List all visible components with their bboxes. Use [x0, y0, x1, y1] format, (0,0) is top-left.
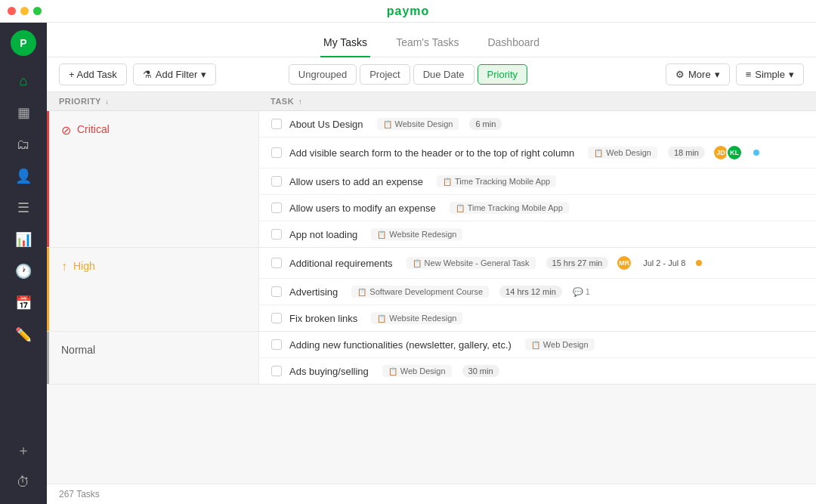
- filter-ungrouped[interactable]: Ungrouped: [289, 64, 357, 85]
- right-controls: ⚙ More ▾ ≡ Simple ▾: [666, 63, 804, 85]
- task-tag: 📋 Website Design: [377, 118, 459, 130]
- sidebar-icon-calendar[interactable]: 📅: [9, 289, 38, 317]
- table-row: Additional requirements📋 New Website - G…: [259, 248, 816, 279]
- task-list: ⊘CriticalAbout Us Design📋 Website Design…: [47, 111, 816, 484]
- table-row: Fix broken links📋 Website Redesign: [259, 305, 816, 331]
- footer-bar: 267 Tasks: [47, 484, 816, 504]
- more-button[interactable]: ⚙ More ▾: [666, 63, 730, 85]
- table-row: App not loading📋 Website Redesign: [259, 221, 816, 247]
- avatar: KL: [726, 144, 743, 161]
- table-row: Ads buying/selling📋 Web Design30 min: [259, 358, 816, 384]
- task-tag: 📋 Website Redesign: [371, 312, 462, 324]
- sidebar-icon-person[interactable]: 👤: [9, 162, 38, 190]
- chevron-down-icon: ▾: [789, 69, 794, 80]
- task-checkbox[interactable]: [271, 176, 282, 187]
- maximize-dot[interactable]: [33, 7, 42, 15]
- tasks-column-high: Additional requirements📋 New Website - G…: [258, 248, 816, 331]
- priority-column-header[interactable]: PRIORITY ↓: [59, 97, 270, 106]
- chevron-down-icon: ▾: [201, 69, 206, 80]
- priority-name-normal: Normal: [61, 344, 95, 356]
- task-checkbox[interactable]: [271, 258, 282, 268]
- priority-group-high: ↑HighAdditional requirements📋 New Websit…: [47, 248, 816, 332]
- sidebar-icon-add[interactable]: ＋: [9, 436, 38, 465]
- tab-team-tasks[interactable]: Team's Tasks: [393, 29, 462, 57]
- toolbar: + Add Task ⚗ Add Filter ▾ Ungrouped Proj…: [47, 57, 816, 92]
- table-row: Add visible search form to the header or…: [259, 138, 816, 169]
- task-tag: 📋 Time Tracking Mobile App: [450, 202, 569, 214]
- sidebar-icon-chart[interactable]: ▦: [9, 98, 38, 127]
- task-checkbox[interactable]: [271, 366, 282, 376]
- task-name: App not loading: [289, 229, 357, 240]
- chevron-down-icon: ▾: [715, 69, 720, 80]
- sort-arrow-task: ↑: [298, 97, 303, 106]
- task-name: About Us Design: [289, 119, 363, 130]
- add-task-button[interactable]: + Add Task: [59, 63, 127, 85]
- task-checkbox[interactable]: [271, 313, 282, 323]
- simple-button[interactable]: ≡ Simple ▾: [736, 63, 804, 85]
- time-badge: 15 hrs 27 min: [546, 257, 609, 269]
- filter-group: Ungrouped Project Due Date Priority: [289, 64, 527, 85]
- filter-icon: ⚗: [143, 69, 152, 80]
- task-name: Add visible search form to the header or…: [289, 147, 574, 159]
- window-controls: [8, 7, 42, 15]
- avatar-group: JDKL: [716, 144, 743, 161]
- minimize-dot[interactable]: [20, 7, 29, 15]
- priority-icon-critical: ⊘: [61, 123, 71, 138]
- priority-name-high: High: [73, 260, 95, 272]
- task-name: Allow users to modify an expense: [289, 203, 436, 214]
- task-tag: 📋 Time Tracking Mobile App: [437, 175, 556, 187]
- priority-name-critical: Critical: [77, 123, 110, 135]
- sidebar-icon-folder[interactable]: 🗂: [9, 130, 38, 159]
- sidebar-icon-clock[interactable]: 🕐: [9, 257, 38, 286]
- task-checkbox[interactable]: [271, 203, 282, 213]
- table-row: About Us Design📋 Website Design6 min: [259, 111, 816, 138]
- task-tag: 📋 Web Design: [382, 365, 452, 377]
- task-column-header[interactable]: TASK ↑: [270, 97, 804, 106]
- priority-icon-high: ↑: [61, 260, 67, 274]
- priority-label-critical: ⊘Critical: [47, 111, 258, 247]
- task-checkbox[interactable]: [271, 229, 282, 240]
- top-bar: paymo: [0, 0, 816, 23]
- task-tag: 📋 Website Redesign: [371, 228, 462, 240]
- comment-badge: 💬 1: [573, 287, 590, 297]
- task-tag: 📋 Web Design: [525, 339, 595, 351]
- filter-priority[interactable]: Priority: [478, 64, 527, 85]
- task-checkbox[interactable]: [271, 339, 282, 350]
- filter-due-date[interactable]: Due Date: [413, 64, 474, 85]
- sort-arrow-priority: ↓: [105, 97, 110, 106]
- priority-label-high: ↑High: [47, 248, 258, 331]
- filter-project[interactable]: Project: [360, 64, 410, 85]
- status-dot: [696, 260, 702, 266]
- list-icon: ≡: [746, 69, 752, 80]
- sidebar-icon-edit[interactable]: ✏️: [9, 320, 38, 349]
- time-badge: 30 min: [462, 365, 499, 377]
- sidebar: P ⌂ ▦ 🗂 👤 ☰ 📊 🕐 📅 ✏️ ＋ ⏱: [0, 23, 47, 504]
- task-name: Advertising: [289, 286, 338, 298]
- task-tag: 📋 New Website - General Task: [406, 257, 536, 269]
- task-checkbox[interactable]: [271, 119, 282, 129]
- task-tag: 📋 Web Design: [588, 147, 657, 159]
- tab-dashboard[interactable]: Dashboard: [484, 29, 542, 57]
- sidebar-icon-bar-chart[interactable]: 📊: [9, 225, 38, 254]
- status-dot: [753, 150, 759, 156]
- avatar[interactable]: P: [11, 30, 36, 56]
- task-name: Fix broken links: [289, 313, 357, 324]
- table-row: Advertising📋 Software Development Course…: [259, 279, 816, 305]
- task-checkbox[interactable]: [271, 286, 282, 297]
- avatar-group: MR: [619, 255, 632, 271]
- add-filter-button[interactable]: ⚗ Add Filter ▾: [133, 63, 217, 85]
- nav-tabs: My Tasks Team's Tasks Dashboard: [47, 23, 816, 57]
- time-badge: 14 hrs 12 min: [499, 286, 562, 298]
- sidebar-icon-list[interactable]: ☰: [9, 193, 38, 222]
- table-row: Adding new functionalities (newsletter, …: [259, 332, 816, 358]
- task-checkbox[interactable]: [271, 147, 282, 158]
- sidebar-icon-home[interactable]: ⌂: [9, 66, 38, 95]
- priority-group-critical: ⊘CriticalAbout Us Design📋 Website Design…: [47, 111, 816, 248]
- avatar: MR: [616, 255, 632, 271]
- sidebar-icon-timer[interactable]: ⏱: [9, 468, 38, 496]
- close-dot[interactable]: [8, 7, 16, 15]
- table-header: PRIORITY ↓ TASK ↑: [47, 92, 816, 111]
- task-name: Ads buying/selling: [289, 366, 369, 377]
- tasks-column-critical: About Us Design📋 Website Design6 minAdd …: [258, 111, 816, 247]
- tab-my-tasks[interactable]: My Tasks: [320, 29, 370, 57]
